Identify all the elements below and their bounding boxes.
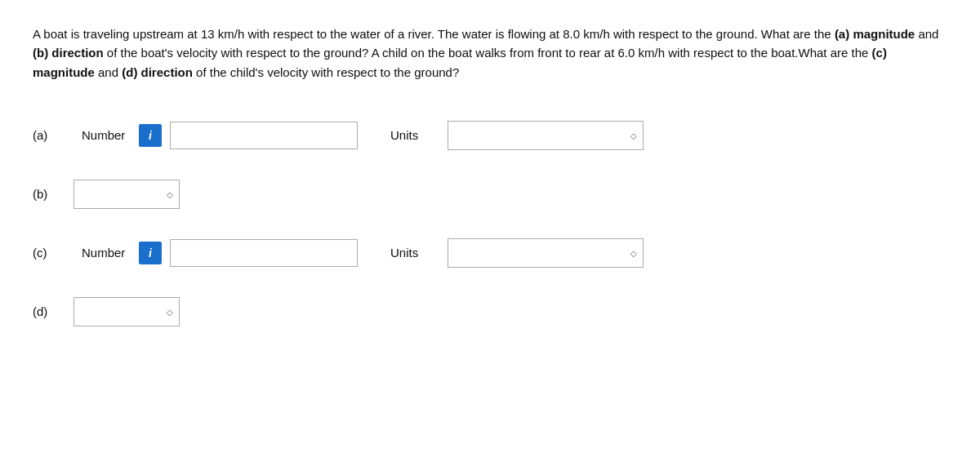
part-d-select-wrapper: upstream downstream	[74, 297, 180, 326]
parts-container: (a) Number i Units km/h m/s mph (b)	[33, 106, 947, 341]
part-a-number-input[interactable]	[170, 122, 358, 149]
part-b-select[interactable]: upstream downstream	[74, 180, 180, 209]
bold-b: (b) direction	[33, 46, 104, 60]
bold-c2: magnitude	[33, 65, 95, 79]
part-d-row: (d) upstream downstream	[33, 282, 947, 341]
part-a-units-select[interactable]: km/h m/s mph	[448, 121, 644, 150]
part-c-units-select[interactable]: km/h m/s mph	[448, 238, 644, 268]
bold-a: (a) magnitude	[835, 27, 915, 41]
part-d-label: (d)	[33, 304, 65, 318]
part-b-row: (b) upstream downstream	[33, 165, 947, 224]
part-c-number-input[interactable]	[170, 239, 358, 267]
problem-text: A boat is traveling upstream at 13 km/h …	[33, 24, 947, 82]
part-c-label: (c)	[33, 246, 65, 260]
bold-c: (c)	[872, 46, 887, 60]
part-b-select-wrapper: upstream downstream	[74, 180, 180, 209]
part-a-row: (a) Number i Units km/h m/s mph	[33, 106, 947, 165]
part-a-label: (a)	[33, 128, 65, 142]
part-d-select[interactable]: upstream downstream	[74, 297, 180, 326]
part-c-row: (c) Number i Units km/h m/s mph	[33, 224, 947, 282]
part-c-units-label: Units	[390, 246, 431, 260]
part-a-units-label: Units	[390, 128, 431, 142]
part-a-info-badge[interactable]: i	[139, 124, 162, 147]
part-a-number-label: Number	[82, 128, 131, 142]
part-a-units-select-wrapper: km/h m/s mph	[448, 121, 644, 150]
part-c-info-badge[interactable]: i	[139, 242, 162, 264]
page-container: A boat is traveling upstream at 13 km/h …	[0, 0, 980, 357]
part-c-number-label: Number	[82, 246, 131, 260]
part-b-label: (b)	[33, 187, 65, 201]
part-c-units-select-wrapper: km/h m/s mph	[448, 238, 644, 268]
bold-d: (d) direction	[122, 65, 193, 79]
